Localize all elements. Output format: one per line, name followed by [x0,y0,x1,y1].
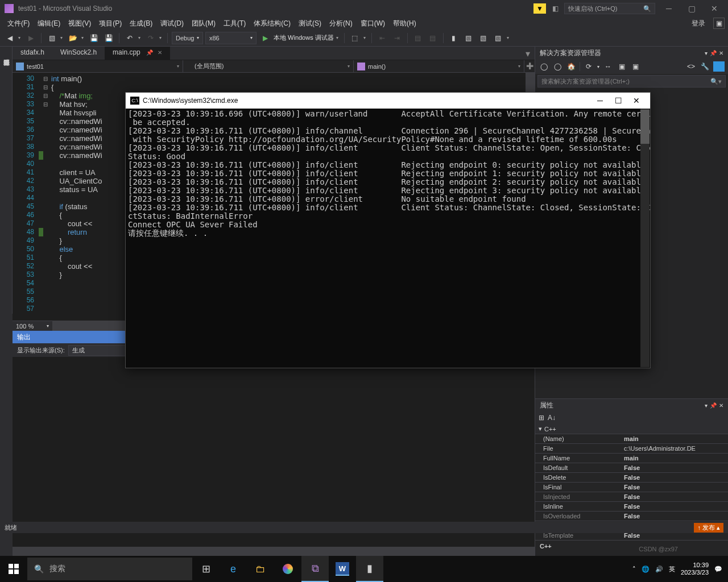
menu-arch[interactable]: 体系结构(C) [250,19,295,28]
sol-props-button[interactable]: 🔧 [700,61,710,72]
save-button[interactable]: 💾 [88,32,100,44]
alpha-button[interactable]: A↓ [548,414,556,422]
cmd-minimize-button[interactable]: ─ [591,95,609,106]
sol-code-button[interactable]: <> [686,61,696,72]
tool-btn-1[interactable]: ⬚ [349,32,361,44]
start-debug-button[interactable]: ▶ [259,32,271,44]
tab-overflow-button[interactable]: ▾ [521,47,535,60]
pin-icon[interactable]: 📌 [146,49,153,56]
fold-margin[interactable]: ⊟⊟⊟⊟ [43,73,51,321]
cmd-titlebar[interactable]: C:\ C:\Windows\system32\cmd.exe ─ ☐ ✕ [126,93,650,109]
zoom-combo[interactable]: 100 %▾ [13,321,52,331]
feedback-icon[interactable]: ◧ [551,4,560,13]
server-explorer-tab[interactable]: 服务器资源管理器 [1,50,12,314]
props-row[interactable]: (Name)main [535,434,728,443]
panel-dropdown-icon[interactable]: ▾ [705,402,708,409]
word-app-icon[interactable]: W [336,562,349,576]
outdent-button[interactable]: ⇤ [376,32,388,44]
debugger-label[interactable]: 本地 Windows 调试器 [274,34,334,42]
menu-build[interactable]: 生成(B) [126,19,156,28]
menu-file[interactable]: 文件(F) [3,19,34,28]
redo-button[interactable]: ↷ [144,32,157,44]
tool-btn-2[interactable]: ▧ [462,32,475,44]
uncomment-button[interactable]: ▤ [427,32,439,44]
vs-app-icon[interactable]: ⧉ [301,556,329,582]
menu-debug[interactable]: 调试(D) [156,19,188,28]
collapse-icon[interactable]: ▾ [539,425,542,433]
edge-app-icon[interactable]: e [220,556,247,582]
publish-button[interactable]: ↑ 发布 ▴ [694,523,723,533]
props-row[interactable]: IsFinalFalse [535,482,728,492]
close-icon[interactable]: ✕ [158,49,162,56]
props-row[interactable]: FullNamemain [535,453,728,463]
tool-btn-3[interactable]: ▧ [477,32,490,44]
output-body[interactable] [13,357,535,547]
sol-collapse-button[interactable]: ▣ [630,61,640,72]
menu-team[interactable]: 团队(M) [188,19,220,28]
sol-fwd-button[interactable]: ◯ [552,61,562,72]
props-row[interactable]: IsDeleteFalse [535,472,728,482]
sol-back-button[interactable]: ◯ [539,61,549,72]
pin-icon[interactable]: 📌 [710,402,717,409]
menu-edit[interactable]: 编辑(E) [34,19,64,28]
undo-button[interactable]: ↶ [123,32,136,44]
menu-project[interactable]: 项目(P) [95,19,126,28]
project-combo[interactable]: test01▾ [13,60,183,72]
split-editor-button[interactable]: ✚ [524,60,535,72]
save-all-button[interactable]: 💾 [102,32,115,44]
cmd-window[interactable]: C:\ C:\Windows\system32\cmd.exe ─ ☐ ✕ [2… [125,92,651,368]
system-tray[interactable]: ˄ 🌐 🔊 英 10:392023/3/23 💬 [632,562,728,576]
cmd-app-icon[interactable]: ▮ [356,556,383,582]
sol-active-button[interactable] [713,61,725,72]
props-row[interactable]: IsInjectedFalse [535,492,728,501]
platform-combo[interactable]: x86▾ [205,32,257,44]
notification-center-icon[interactable]: 💬 [714,566,722,573]
solution-title[interactable]: 解决方案资源管理器 ▾📌✕ [535,47,728,59]
sol-home-button[interactable]: 🏠 [566,61,576,72]
new-project-button[interactable]: ▧ [46,32,58,44]
avatar-icon[interactable]: ▣ [713,18,725,29]
props-row[interactable]: IsOverloadedFalse [535,511,728,521]
open-file-button[interactable]: 📂 [67,32,79,44]
props-row[interactable]: IsInlineFalse [535,501,728,511]
photos-app-icon[interactable] [274,556,301,582]
props-category[interactable]: ▾C++ [535,424,728,434]
tab-stdafx[interactable]: stdafx.h [13,47,52,60]
notification-icon[interactable]: ▼ [533,3,546,14]
sol-showall-button[interactable]: ▣ [617,61,627,72]
cmd-output[interactable]: [2023-03-23 10:39:16.696 (UTC+0800)] war… [126,109,650,359]
taskview-button[interactable]: ⊞ [192,556,220,582]
comment-button[interactable]: ▤ [412,32,424,44]
nav-back-button[interactable]: ◀ [3,32,16,44]
clock[interactable]: 10:392023/3/23 [681,562,709,576]
bookmark-button[interactable]: ▮ [448,32,460,44]
close-button[interactable]: ✕ [705,3,723,14]
config-combo[interactable]: Debug▾ [172,32,203,44]
tool-btn-4[interactable]: ▧ [492,32,504,44]
scope-combo[interactable]: (全局范围)▾ [183,60,354,72]
menu-window[interactable]: 窗口(W) [357,19,389,28]
tab-main[interactable]: main.cpp📌✕ [105,47,170,60]
props-row[interactable]: Filec:\Users\Administrator.DE [535,443,728,453]
close-icon[interactable]: ✕ [719,50,723,56]
indent-button[interactable]: ⇥ [391,32,403,44]
taskbar-search-input[interactable]: 🔍搜索 [27,558,192,580]
categorized-button[interactable]: ⊞ [539,414,544,422]
network-icon[interactable]: 🌐 [642,566,650,573]
tab-winsock[interactable]: WinSock2.h [52,47,105,60]
menu-test[interactable]: 测试(S) [295,19,325,28]
volume-icon[interactable]: 🔊 [655,566,663,573]
props-row[interactable]: IsDefaultFalse [535,463,728,472]
properties-title[interactable]: 属性 ▾📌✕ [535,399,728,411]
close-icon[interactable]: ✕ [719,402,723,409]
chevron-up-icon[interactable]: ˄ [632,566,636,573]
menu-help[interactable]: 帮助(H) [389,19,420,28]
quick-launch-input[interactable]: 快速启动 (Ctrl+Q)🔍 [564,3,655,14]
member-combo[interactable]: main()▾ [354,60,524,72]
explorer-app-icon[interactable]: 🗀 [247,556,274,582]
menu-analyze[interactable]: 分析(N) [325,19,357,28]
pin-icon[interactable]: 📌 [710,50,717,56]
minimize-button[interactable]: ─ [660,3,678,14]
panel-dropdown-icon[interactable]: ▾ [705,50,708,56]
solution-search-input[interactable]: 搜索解决方案资源管理器(Ctrl+;)🔍▾ [537,75,726,88]
